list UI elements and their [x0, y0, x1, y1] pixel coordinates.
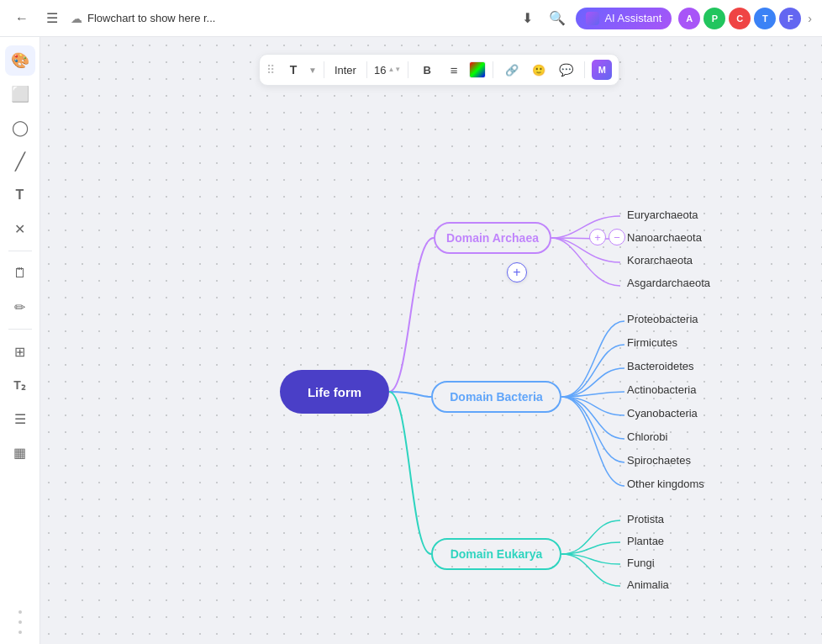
leaf-chlorobi: Chlorobi [627, 430, 667, 443]
collaborator-avatars: A P C T F [678, 8, 801, 29]
sidebar-item-shape[interactable]: ◯ [5, 113, 35, 143]
cloud-icon: ☁ [71, 12, 82, 25]
sidebar-item-gradient[interactable]: ▦ [5, 437, 35, 467]
menu-button[interactable]: ☰ [40, 7, 64, 30]
sidebar-item-palette[interactable]: 🎨 [5, 45, 35, 76]
branch-node-eukarya[interactable]: Domain Eukarya [431, 538, 561, 570]
ai-icon [586, 12, 599, 25]
leaf-plantae: Plantae [627, 535, 664, 547]
sidebar-item-list[interactable]: ☰ [5, 404, 35, 434]
avatar-3: C [729, 8, 751, 29]
back-button[interactable]: ← [10, 7, 34, 30]
topbar: ← ☰ ☁ Flowchart to show here r... ⬇ 🔍 AI… [0, 0, 822, 37]
leaf-asgardarchaeota: Asgardarchaeota [627, 277, 710, 289]
avatar-5: F [779, 8, 801, 29]
add-branch-above-button[interactable]: + [507, 262, 527, 282]
avatar-2: P [703, 8, 725, 29]
leaf-bacteroidetes: Bacteroidetes [627, 360, 694, 372]
search-button[interactable]: 🔍 [545, 7, 569, 30]
leaf-protista: Protista [627, 513, 664, 525]
canvas: ⠿ T ▼ Inter 16 ▲▼ B ≡ 🔗 🙂 💬 M [40, 37, 822, 644]
add-leaf-button[interactable]: + [589, 229, 606, 245]
avatar-4: T [754, 8, 776, 29]
avatar-1: A [678, 8, 700, 29]
sidebar-divider-2 [8, 329, 32, 330]
more-button[interactable]: › [808, 12, 812, 25]
sidebar: 🎨 ⬜ ◯ ╱ T ✕ 🗒 ✏ ⊞ T₂ ☰ ▦ [0, 37, 40, 644]
leaf-spirochaetes: Spirochaetes [627, 454, 691, 467]
document-title: Flowchart to show here r... [87, 12, 215, 24]
leaf-korarchaeota: Korarchaeota [627, 254, 693, 267]
leaf-other-kingdoms: Other kingdoms [627, 478, 704, 490]
sidebar-item-line[interactable]: ╱ [5, 146, 35, 177]
sidebar-item-text[interactable]: T [5, 180, 35, 210]
sidebar-divider-1 [8, 251, 32, 251]
document-title-area: ☁ Flowchart to show here r... [71, 12, 508, 25]
leaf-nanoarchaeota: Nanoarchaeota [627, 231, 702, 244]
sidebar-item-note[interactable]: 🗒 [5, 258, 35, 288]
leaf-firmicutes: Firmicutes [627, 336, 677, 349]
download-button[interactable]: ⬇ [515, 7, 539, 30]
sidebar-dot-2 [18, 620, 22, 624]
sidebar-item-frame[interactable]: ⬜ [5, 79, 35, 109]
leaf-proteobacteria: Proteobacteria [627, 313, 698, 325]
leaf-actinobacteria: Actinobacteria [627, 383, 696, 396]
sidebar-dot-1 [18, 610, 22, 614]
leaf-fungi: Fungi [627, 557, 655, 569]
sidebar-item-pen[interactable]: ✏ [5, 292, 35, 322]
branch-node-bacteria[interactable]: Domain Bacteria [431, 381, 561, 413]
remove-leaf-button[interactable]: − [609, 229, 625, 245]
ai-assistant-button[interactable]: AI Assistant [576, 8, 672, 29]
center-node-life-form[interactable]: Life form [280, 370, 389, 414]
sidebar-item-table[interactable]: ⊞ [5, 336, 35, 367]
sidebar-item-cross[interactable]: ✕ [5, 214, 35, 244]
sidebar-dot-3 [18, 631, 22, 634]
leaf-animalia: Animalia [627, 578, 669, 591]
leaf-euryarchaeota: Euryarchaeota [627, 209, 698, 221]
sidebar-item-caption[interactable]: T₂ [5, 370, 35, 400]
branch-node-archaea[interactable]: Domain Archaea [434, 222, 551, 254]
leaf-cyanobacteria: Cyanobacteria [627, 407, 698, 420]
